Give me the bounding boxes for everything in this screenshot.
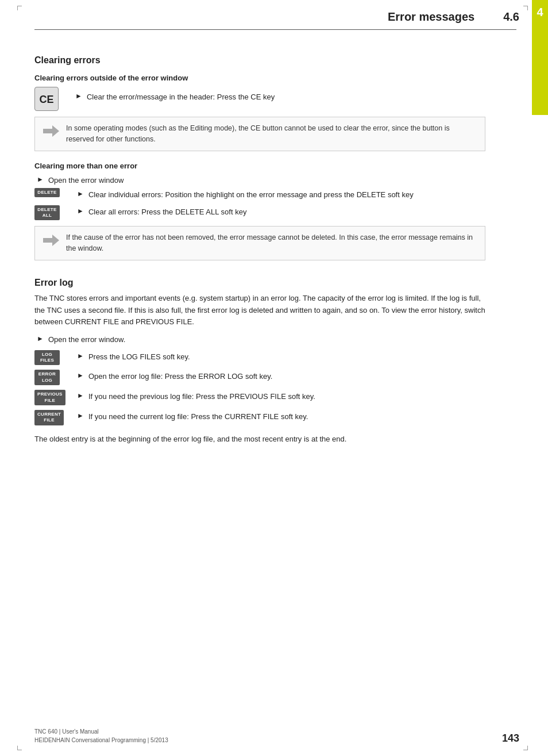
open-errorlog-text: Open the error window. xyxy=(48,334,125,346)
ce-key-icon: CE xyxy=(34,87,59,111)
delete-all-key-row: DELETE ALL ► Clear all errors: Press the… xyxy=(34,205,485,221)
footer-left: TNC 640 | User's Manual HEIDENHAIN Conve… xyxy=(34,727,168,745)
log-files-instruction: Press the LOG FILES soft key. xyxy=(88,351,190,363)
ce-instruction-text: Clear the error/message in the header: P… xyxy=(87,91,275,103)
clearing-outside-title: Clearing errors outside of the error win… xyxy=(34,74,485,82)
log-files-bullet: ► xyxy=(77,352,84,360)
delete-all-key-cell: DELETE ALL xyxy=(34,205,69,221)
ce-instruction-area: ► Clear the error/message in the header:… xyxy=(75,91,275,103)
error-log-body: The TNC stores errors and important even… xyxy=(34,293,485,328)
header-section: 4.6 xyxy=(503,10,519,24)
previous-file-row: PREVIOUS FILE ► If you need the previous… xyxy=(34,390,485,405)
error-log-footer-note: The oldest entry is at the beginning of … xyxy=(34,433,485,446)
footer-line2: HEIDENHAIN Conversational Programming | … xyxy=(34,736,168,745)
info-text-2: If the cause of the error has not been r… xyxy=(66,232,477,254)
clearing-more-section: Clearing more than one error ► Open the … xyxy=(34,162,485,260)
log-files-soft-key: LOG FILES xyxy=(34,350,60,366)
open-error-text: Open the error window xyxy=(48,175,124,186)
error-log-key-cell: ERROR LOG xyxy=(34,370,69,385)
current-file-row: CURRENT FILE ► If you need the current l… xyxy=(34,410,485,425)
page-wrapper: 4 Error messages 4.6 Clearing errors Cle… xyxy=(0,0,548,756)
corner-mark-tl xyxy=(17,6,22,10)
open-bullet-arrow: ► xyxy=(37,175,44,183)
error-log-instruction: Open the error log file: Press the ERROR… xyxy=(88,371,273,382)
info-arrow-icon-1 xyxy=(43,124,59,141)
svg-marker-3 xyxy=(52,235,59,246)
ce-key-row: CE ► Clear the error/message in the head… xyxy=(34,87,485,111)
log-files-row: LOG FILES ► Press the LOG FILES soft key… xyxy=(34,350,485,366)
current-file-bullet: ► xyxy=(77,412,84,420)
delete-soft-key: DELETE xyxy=(34,188,60,197)
info-box-2: If the cause of the error has not been r… xyxy=(34,226,485,260)
header-title: Error messages xyxy=(388,10,474,24)
error-log-section: Error log The TNC stores errors and impo… xyxy=(34,278,485,446)
error-log-title: Error log xyxy=(34,278,485,288)
clearing-more-title: Clearing more than one error xyxy=(34,162,485,170)
delete-instruction-text: Clear individual errors: Position the hi… xyxy=(88,189,414,201)
delete-bullet-arrow: ► xyxy=(77,190,84,198)
page-header: Error messages 4.6 xyxy=(0,0,548,29)
ce-key-cell: CE xyxy=(34,87,66,111)
corner-mark-bl xyxy=(17,746,22,750)
corner-mark-br xyxy=(523,746,528,750)
chapter-tab: 4 xyxy=(532,0,548,115)
log-files-key-cell: LOG FILES xyxy=(34,350,69,366)
current-file-instruction: If you need the current log file: Press … xyxy=(88,411,308,423)
footer-page-number: 143 xyxy=(502,732,519,745)
error-log-bullet: ► xyxy=(77,371,84,379)
svg-marker-1 xyxy=(52,125,59,137)
page-footer: TNC 640 | User's Manual HEIDENHAIN Conve… xyxy=(34,727,519,745)
corner-mark-tr xyxy=(523,6,528,10)
footer-line1: TNC 640 | User's Manual xyxy=(34,727,168,736)
ce-bullet-arrow: ► xyxy=(75,92,82,100)
delete-all-soft-key: DELETE ALL xyxy=(34,205,60,221)
previous-file-soft-key: PREVIOUS FILE xyxy=(34,390,65,405)
open-error-window-row: ► Open the error window xyxy=(34,175,485,186)
clearing-errors-section: Clearing errors Clearing errors outside … xyxy=(34,55,485,260)
svg-rect-2 xyxy=(43,238,53,243)
current-file-soft-key: CURRENT FILE xyxy=(34,410,64,425)
error-log-soft-key: ERROR LOG xyxy=(34,370,60,385)
svg-rect-0 xyxy=(43,129,53,133)
clearing-errors-title: Clearing errors xyxy=(34,55,485,66)
info-arrow-icon-2 xyxy=(43,233,59,251)
delete-all-bullet-arrow: ► xyxy=(77,207,84,215)
delete-all-instruction-text: Clear all errors: Press the DELETE ALL s… xyxy=(88,206,247,218)
info-box-1: In some operating modes (such as the Edi… xyxy=(34,117,485,151)
chapter-number: 4 xyxy=(537,6,543,19)
current-file-key-cell: CURRENT FILE xyxy=(34,410,69,425)
delete-key-cell: DELETE xyxy=(34,188,69,197)
info-text-1: In some operating modes (such as the Edi… xyxy=(66,123,477,145)
previous-file-key-cell: PREVIOUS FILE xyxy=(34,390,69,405)
error-log-key-row: ERROR LOG ► Open the error log file: Pre… xyxy=(34,370,485,385)
delete-key-row: DELETE ► Clear individual errors: Positi… xyxy=(34,188,485,201)
open-errorlog-row: ► Open the error window. xyxy=(34,334,485,346)
open-errorlog-arrow: ► xyxy=(37,335,44,343)
main-content: Clearing errors Clearing errors outside … xyxy=(0,30,517,469)
previous-file-bullet: ► xyxy=(77,392,84,400)
previous-file-instruction: If you need the previous log file: Press… xyxy=(88,391,315,402)
